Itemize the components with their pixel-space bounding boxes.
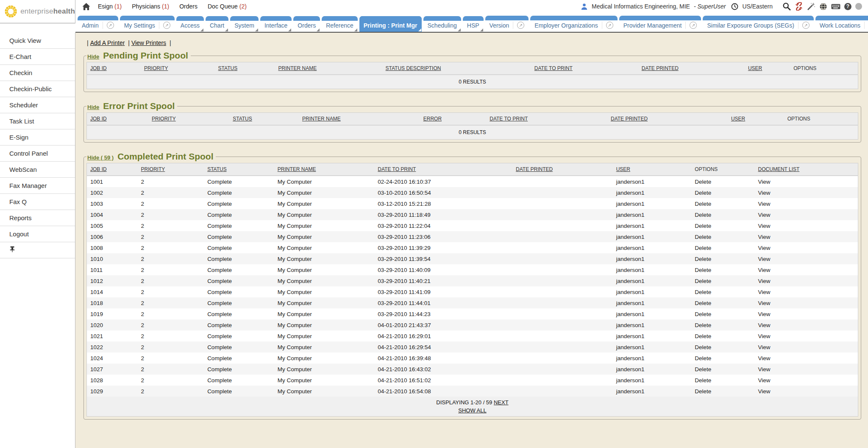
column-header-date-printed[interactable]: DATE PRINTED — [512, 163, 613, 176]
nav-item-doc-queue[interactable]: Doc Queue(2) — [208, 3, 247, 10]
view-link[interactable]: View — [758, 377, 771, 384]
nav-item-orders[interactable]: Orders — [179, 3, 198, 10]
delete-link[interactable]: Delete — [695, 278, 711, 284]
delete-link[interactable]: Delete — [695, 344, 711, 350]
view-link[interactable]: View — [758, 278, 771, 284]
sidebar-pin[interactable] — [0, 242, 75, 258]
column-header-date-to-print[interactable]: DATE TO PRINT — [374, 163, 512, 176]
sidebar-item-e-chart[interactable]: E-Chart — [0, 49, 75, 65]
sidebar-item-webscan[interactable]: WebScan — [0, 162, 75, 178]
sidebar-item-quick-view[interactable]: Quick View — [0, 33, 75, 49]
keyboard-icon[interactable] — [831, 3, 840, 10]
view-link[interactable]: View — [758, 256, 771, 262]
tab-orders[interactable]: Orders — [293, 16, 320, 32]
sidebar-item-reports[interactable]: Reports — [0, 210, 75, 226]
column-header-job-id[interactable]: JOB ID — [87, 113, 149, 126]
column-header-date-to-print[interactable]: DATE TO PRINT — [531, 62, 638, 75]
view-link[interactable]: View — [758, 333, 771, 339]
column-header-date-to-print[interactable]: DATE TO PRINT — [486, 113, 607, 126]
delete-link[interactable]: Delete — [695, 190, 711, 196]
column-header-user[interactable]: USER — [745, 62, 790, 75]
sidebar-item-fax-manager[interactable]: Fax Manager — [0, 178, 75, 194]
tab-similar-exposure-groups-segs[interactable]: Similar Exposure Groups (SEGs) ↗ — [703, 16, 813, 32]
delete-link[interactable]: Delete — [695, 201, 711, 207]
view-link[interactable]: View — [758, 234, 771, 240]
view-link[interactable]: View — [758, 366, 771, 372]
view-link[interactable]: View — [758, 322, 771, 328]
view-link[interactable]: View — [758, 267, 771, 273]
delete-link[interactable]: Delete — [695, 179, 711, 185]
column-header-date-printed[interactable]: DATE PRINTED — [638, 62, 745, 75]
nav-item-physicians[interactable]: Physicians(1) — [132, 3, 169, 10]
sidebar-item-checkin[interactable]: Checkin — [0, 65, 75, 81]
view-link[interactable]: View — [758, 179, 771, 185]
sidebar-item-fax-q[interactable]: Fax Q — [0, 194, 75, 210]
delete-link[interactable]: Delete — [695, 289, 711, 295]
delete-link[interactable]: Delete — [695, 355, 711, 361]
column-header-status-description[interactable]: STATUS DESCRIPTION — [382, 62, 531, 75]
app-logo[interactable]: enterprisehealth — [0, 0, 75, 23]
globe-icon[interactable] — [819, 3, 827, 11]
view-link[interactable]: View — [758, 223, 771, 229]
delete-link[interactable]: Delete — [695, 322, 711, 328]
wand-icon[interactable] — [807, 2, 815, 11]
view-printers-link[interactable]: View Printers — [131, 39, 166, 46]
sidebar-item-e-sign[interactable]: E-Sign — [0, 129, 75, 146]
hide-error-link[interactable]: Hide — [87, 104, 99, 110]
delete-link[interactable]: Delete — [695, 267, 711, 273]
view-link[interactable]: View — [758, 190, 771, 196]
column-header-user[interactable]: USER — [728, 113, 784, 126]
column-header-printer-name[interactable]: PRINTER NAME — [274, 163, 375, 176]
sidebar-item-task-list[interactable]: Task List — [0, 113, 75, 129]
view-link[interactable]: View — [758, 355, 771, 361]
delete-link[interactable]: Delete — [695, 300, 711, 306]
tab-reference[interactable]: Reference — [322, 16, 358, 32]
tab-interface[interactable]: Interface — [260, 16, 292, 32]
column-header-date-printed[interactable]: DATE PRINTED — [607, 113, 728, 126]
search-icon[interactable] — [782, 2, 791, 11]
column-header-error[interactable]: ERROR — [420, 113, 487, 126]
column-header-user[interactable]: USER — [613, 163, 692, 176]
column-header-priority[interactable]: PRIORITY — [138, 163, 204, 176]
view-link[interactable]: View — [758, 311, 771, 317]
tab-employer-organizations[interactable]: Employer Organizations ↗ — [530, 16, 617, 32]
tab-my-settings[interactable]: My Settings ↗ — [120, 16, 175, 32]
sidebar-item-logout[interactable]: Logout — [0, 226, 75, 242]
delete-link[interactable]: Delete — [695, 333, 711, 339]
column-header-priority[interactable]: PRIORITY — [141, 62, 215, 75]
column-header-document-list[interactable]: DOCUMENT LIST — [755, 163, 858, 176]
tab-printing-print-mgr[interactable]: Printing : Print Mgr — [359, 16, 422, 32]
hide-completed-link[interactable]: Hide ( 59 ) — [87, 154, 114, 161]
view-link[interactable]: View — [758, 344, 771, 350]
column-header-status[interactable]: STATUS — [229, 113, 299, 126]
delete-link[interactable]: Delete — [695, 245, 711, 251]
column-header-priority[interactable]: PRIORITY — [148, 113, 229, 126]
tab-provider-management[interactable]: Provider Management ↗ — [619, 16, 701, 32]
tab-version[interactable]: Version ↗ — [485, 16, 529, 32]
view-link[interactable]: View — [758, 212, 771, 218]
delete-link[interactable]: Delete — [695, 234, 711, 240]
view-link[interactable]: View — [758, 388, 771, 395]
column-header-printer-name[interactable]: PRINTER NAME — [299, 113, 420, 126]
sidebar-item-control-panel[interactable]: Control Panel — [0, 146, 75, 162]
column-header-printer-name[interactable]: PRINTER NAME — [275, 62, 382, 75]
delete-link[interactable]: Delete — [695, 311, 711, 317]
hide-pending-link[interactable]: Hide — [87, 53, 99, 60]
tab-chart[interactable]: Chart — [206, 16, 228, 32]
help-icon[interactable]: ? — [844, 3, 851, 10]
view-link[interactable]: View — [758, 245, 771, 251]
delete-link[interactable]: Delete — [695, 256, 711, 262]
view-link[interactable]: View — [758, 201, 771, 207]
view-link[interactable]: View — [758, 300, 771, 306]
sidebar-item-scheduler[interactable]: Scheduler — [0, 97, 75, 113]
tab-access[interactable]: Access — [176, 16, 204, 32]
add-a-printer-link[interactable]: Add A Printer — [90, 39, 125, 46]
tab-admin[interactable]: Admin ↗ — [78, 16, 118, 32]
nav-item-esign[interactable]: Esign(1) — [98, 3, 122, 10]
tab-scheduling[interactable]: Scheduling — [423, 16, 461, 32]
tab-system[interactable]: System — [230, 16, 259, 32]
broken-link-icon[interactable] — [795, 2, 803, 11]
delete-link[interactable]: Delete — [695, 212, 711, 218]
sidebar-item-checkin-public[interactable]: Checkin-Public — [0, 81, 75, 97]
view-link[interactable]: View — [758, 289, 771, 295]
